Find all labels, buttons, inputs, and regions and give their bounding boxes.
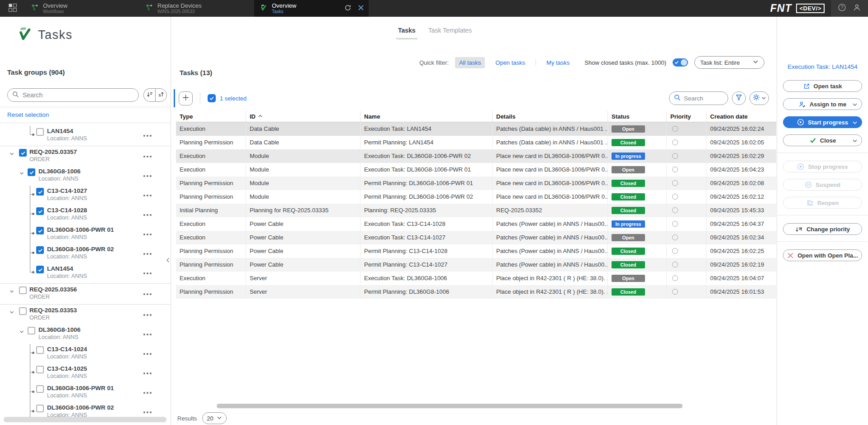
tree-item-dl360g8-1006-pwr-01[interactable]: DL360G8-1006-PWR 01Location: ANNS <box>0 224 171 244</box>
table-row-execution-task-c13-c14-1028[interactable]: ExecutionPower CableExecution Task: C13-… <box>176 217 776 231</box>
tree-item-req-2025-03357[interactable]: REQ-2025.03357ORDER <box>0 147 171 166</box>
table-row-execution-task-lan1454[interactable]: ExecutionData CableExecution Task: LAN14… <box>176 122 776 136</box>
tree-item-checkbox[interactable] <box>19 149 27 157</box>
tree-expand-chevron-icon[interactable] <box>9 309 14 314</box>
table-settings-button[interactable] <box>749 91 769 105</box>
tree-item-checkbox[interactable] <box>36 366 44 373</box>
tree-item-menu-icon[interactable] <box>142 173 153 179</box>
tree-item-menu-icon[interactable] <box>142 351 153 357</box>
main-tab-task-templates[interactable]: Task Templates <box>427 24 474 39</box>
tree-item-checkbox[interactable] <box>36 227 44 234</box>
table-row-planning-req-2025-03335[interactable]: Initial PlanningPlanning for REQ-2025.03… <box>176 204 776 217</box>
change-priority-button[interactable]: Change priority <box>783 223 862 235</box>
tree-item-c13-c14-1028[interactable]: C13-C14-1028Location: ANNS <box>0 205 171 224</box>
tree-item-dl360g8-1006-pwr-02[interactable]: DL360G8-1006-PWR 02Location: ANNS <box>0 244 171 263</box>
tree-item-menu-icon[interactable] <box>142 193 153 198</box>
table-row-permit-planning-dl360g8-1006-pwr-02[interactable]: Planning PermissionModulePermit Planning… <box>176 190 776 204</box>
column-header-status[interactable]: Status <box>608 111 667 122</box>
tree-item-checkbox[interactable] <box>36 266 44 273</box>
tree-item-checkbox[interactable] <box>19 307 27 315</box>
tree-item-dl360g8-1006[interactable]: DL360G8-1006Location: ANNS <box>0 166 171 186</box>
tree-item-lan1454[interactable]: LAN1454Location: ANNS <box>0 126 171 145</box>
tree-item-menu-icon[interactable] <box>142 251 153 257</box>
quick-filter-my-tasks[interactable]: My tasks <box>542 57 574 68</box>
tree-item-req-2025-03356[interactable]: REQ-2025.03356ORDER <box>0 284 171 304</box>
tree-expand-chevron-icon[interactable] <box>19 170 24 175</box>
add-task-button[interactable] <box>179 91 193 105</box>
tree-item-checkbox[interactable] <box>36 346 44 354</box>
tree-item-c13-c14-1024[interactable]: C13-C14-1024Location: ANNS <box>0 344 171 363</box>
tree-item-checkbox[interactable] <box>36 385 44 393</box>
tree-expand-chevron-icon[interactable] <box>19 328 24 334</box>
topbar-tab-tasks[interactable]: OverviewTasks <box>254 0 369 17</box>
table-row-permit-planning-lan1454[interactable]: Planning PermissionData CablePermit Plan… <box>176 136 776 149</box>
tree-item-lan1454[interactable]: LAN1454Location: ANNS <box>0 263 171 283</box>
left-panel-horizontal-scrollbar[interactable] <box>4 417 166 422</box>
user-icon[interactable] <box>853 3 861 14</box>
tree-item-menu-icon[interactable] <box>142 271 153 276</box>
column-header-id[interactable]: ID <box>246 111 360 122</box>
tree-item-checkbox[interactable] <box>36 405 44 412</box>
table-search-input[interactable] <box>684 95 720 102</box>
select-all-checkbox[interactable] <box>208 94 216 102</box>
tree-expand-chevron-icon[interactable] <box>9 288 14 293</box>
tree-item-dl360g8-1006-pwr-01[interactable]: DL360G8-1006-PWR 01Location: ANNS <box>0 383 171 402</box>
panel-collapse-handle[interactable] <box>165 255 171 267</box>
tree-item-menu-icon[interactable] <box>142 232 153 237</box>
quick-filter-all-tasks[interactable]: All tasks <box>455 57 485 68</box>
tree-item-menu-icon[interactable] <box>142 291 153 297</box>
column-header-type[interactable]: Type <box>176 111 246 122</box>
column-header-creation-date[interactable]: Creation date <box>707 111 776 122</box>
tree-item-menu-icon[interactable] <box>142 410 153 415</box>
tree-item-checkbox[interactable] <box>36 246 44 254</box>
main-tab-tasks[interactable]: Tasks <box>396 24 417 39</box>
open-with-open-pla--button[interactable]: Open with Open Pla... <box>783 249 862 261</box>
tree-item-req-2025-03353[interactable]: REQ-2025.03353ORDER <box>0 305 171 325</box>
table-row-permit-planning-dl360g8-1006-pwr-01[interactable]: Planning PermissionModulePermit Planning… <box>176 177 776 190</box>
sort-ascending-button[interactable] <box>155 88 167 102</box>
table-row-permit-planning-c13-c14-1027[interactable]: Planning PermissionPower CablePermit Pla… <box>176 258 776 272</box>
tree-item-checkbox[interactable] <box>19 287 27 294</box>
table-row-execution-task-c13-c14-1027[interactable]: ExecutionPower CableExecution Task: C13-… <box>176 231 776 244</box>
tree-item-checkbox[interactable] <box>36 188 44 196</box>
table-row-execution-task-dl360g8-1006[interactable]: ExecutionServerExecution Task: DL360G8-1… <box>176 272 776 285</box>
table-row-execution-task-dl360g8-1006-pwr-02[interactable]: ExecutionModuleExecution Task: DL360G8-1… <box>176 149 776 163</box>
show-closed-toggle[interactable] <box>673 58 688 67</box>
table-row-permit-planning-dl360g8-1006[interactable]: Planning PermissionServerPermit Planning… <box>176 285 776 299</box>
refresh-icon[interactable] <box>344 4 351 13</box>
tree-expand-chevron-icon[interactable] <box>9 150 14 156</box>
tree-item-checkbox[interactable] <box>28 168 35 176</box>
tree-item-c13-c14-1027[interactable]: C13-C14-1027Location: ANNS <box>0 186 171 205</box>
tree-item-menu-icon[interactable] <box>142 154 153 159</box>
tree-item-dl360g8-1006[interactable]: DL360G8-1006Location: ANNS <box>0 325 171 344</box>
column-header-name[interactable]: Name <box>360 111 493 122</box>
start-progress-button[interactable]: Start progress <box>783 116 862 128</box>
task-list-select[interactable]: Task list: Entire <box>694 56 764 69</box>
tree-item-menu-icon[interactable] <box>142 312 153 318</box>
chevron-down-icon[interactable] <box>852 102 858 109</box>
close-button[interactable]: Close <box>783 134 862 146</box>
table-row-execution-task-dl360g8-1006-pwr-01[interactable]: ExecutionModuleExecution Task: DL360G8-1… <box>176 163 776 177</box>
tree-item-menu-icon[interactable] <box>142 332 153 337</box>
tree-item-menu-icon[interactable] <box>142 212 153 218</box>
topbar-tab-wins-2025-00533[interactable]: Replace DevicesWINS-2025.00533 <box>140 0 254 17</box>
column-header-priority[interactable]: Priority <box>667 111 707 122</box>
tree-item-checkbox[interactable] <box>28 327 35 334</box>
tree-item-menu-icon[interactable] <box>142 133 153 138</box>
task-groups-search-input[interactable] <box>23 91 134 99</box>
reset-selection-link[interactable]: Reset selection <box>7 111 49 118</box>
column-header-details[interactable]: Details <box>493 111 608 122</box>
topbar-tab-workflows[interactable]: OverviewWorkflows <box>25 0 140 17</box>
tree-item-menu-icon[interactable] <box>142 371 153 376</box>
results-per-page-select[interactable]: 20 <box>202 412 227 424</box>
tree-item-menu-icon[interactable] <box>142 390 153 396</box>
sort-descending-button[interactable] <box>143 88 155 102</box>
tree-item-checkbox[interactable] <box>36 207 44 215</box>
assign-to-me-button[interactable]: Assign to me <box>783 98 862 110</box>
chevron-down-icon[interactable] <box>852 138 858 145</box>
open-task-button[interactable]: Open task <box>783 80 862 92</box>
table-row-permit-planning-c13-c14-1028[interactable]: Planning PermissionPower CablePermit Pla… <box>176 244 776 258</box>
close-icon[interactable] <box>358 5 364 13</box>
app-launcher-button[interactable] <box>0 0 25 17</box>
tree-item-c13-c14-1025[interactable]: C13-C14-1025Location: ANNS <box>0 363 171 383</box>
